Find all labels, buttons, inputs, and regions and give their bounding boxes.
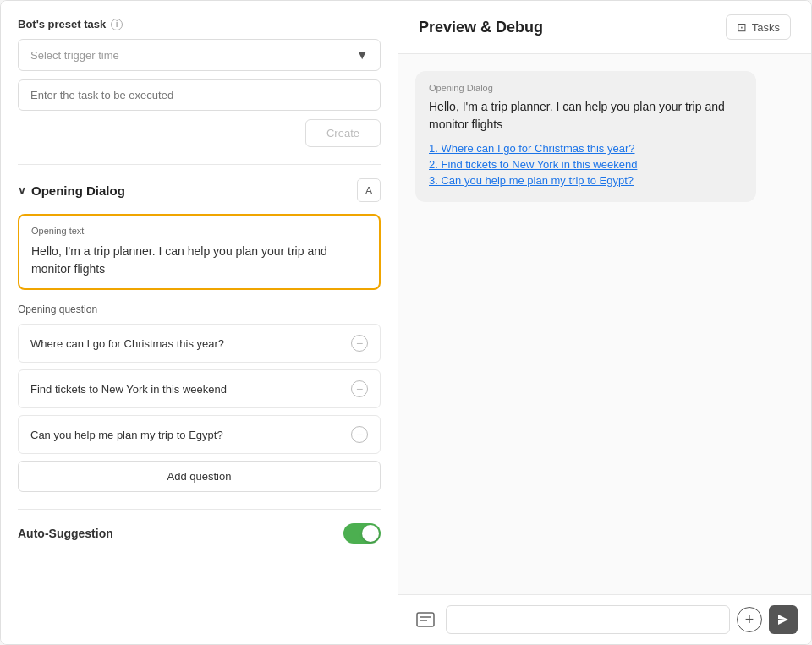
remove-question-3-icon[interactable]: − [351,426,368,443]
chat-link-3[interactable]: 3. Can you help me plan my trip to Egypt… [429,174,743,187]
add-attachment-button[interactable]: + [737,607,762,632]
right-panel: Preview & Debug ⊡ Tasks Opening Dialog H… [398,1,811,644]
section-divider [18,164,381,165]
info-icon[interactable]: i [111,19,123,30]
chat-bubble-text: Hello, I'm a trip planner. I can help yo… [429,98,743,134]
tasks-icon: ⊡ [737,20,747,34]
bots-preset-section: Bot's preset task i Select trigger time … [18,18,381,164]
send-button[interactable] [769,605,798,634]
tasks-label: Tasks [752,21,780,34]
opening-question-label: Opening question [18,303,381,315]
chat-bubble-label: Opening Dialog [429,83,743,93]
chat-link-2[interactable]: 2. Find tickets to New York in this week… [429,158,743,171]
add-question-button[interactable]: Add question [18,461,381,492]
svg-rect-0 [417,613,434,626]
remove-question-1-icon[interactable]: − [351,335,368,352]
opening-text-box[interactable]: Opening text Hello, I'm a trip planner. … [18,214,381,290]
chat-link-1[interactable]: 1. Where can I go for Christmas this yea… [429,142,743,155]
toolbar-icon[interactable] [412,608,439,631]
left-panel: Bot's preset task i Select trigger time … [1,1,398,644]
tasks-button[interactable]: ⊡ Tasks [726,14,791,40]
collapse-icon[interactable]: ∨ [18,184,26,197]
opening-dialog-header: ∨ Opening Dialog A [18,178,381,202]
remove-question-2-icon[interactable]: − [351,380,368,397]
question-item-2[interactable]: Find tickets to New York in this weekend… [18,369,381,408]
question-text-2: Find tickets to New York in this weekend [30,383,227,396]
trigger-time-dropdown[interactable]: Select trigger time ▼ [18,39,381,71]
auto-suggestion-toggle[interactable] [343,523,381,544]
chat-input-row: + [398,594,811,644]
auto-suggestion-row: Auto-Suggestion [18,509,381,557]
question-item-1[interactable]: Where can I go for Christmas this year? … [18,324,381,363]
auto-suggestion-label: Auto-Suggestion [18,527,113,540]
task-input[interactable] [18,79,381,111]
dropdown-placeholder: Select trigger time [30,49,119,62]
chat-input[interactable] [446,605,730,634]
opening-text-content: Hello, I'm a trip planner. I can help yo… [31,243,367,278]
bots-preset-label: Bot's preset task i [18,18,381,30]
question-item-3[interactable]: Can you help me plan my trip to Egypt? − [18,415,381,454]
question-text-3: Can you help me plan my trip to Egypt? [30,429,223,441]
chat-bubble: Opening Dialog Hello, I'm a trip planner… [415,71,756,202]
chat-area: Opening Dialog Hello, I'm a trip planner… [398,54,811,594]
create-button[interactable]: Create [305,119,381,147]
chevron-down-icon: ▼ [356,48,368,62]
opening-dialog-section: ∨ Opening Dialog A Opening text Hello, I… [18,178,381,509]
opening-dialog-title: ∨ Opening Dialog [18,183,125,198]
right-header: Preview & Debug ⊡ Tasks [398,1,811,54]
opening-text-label: Opening text [31,226,367,236]
page-title: Preview & Debug [419,19,543,36]
question-text-1: Where can I go for Christmas this year? [30,337,224,350]
translate-icon[interactable]: A [357,178,381,202]
bots-preset-title: Bot's preset task [18,18,106,30]
opening-dialog-label: Opening Dialog [31,183,125,198]
